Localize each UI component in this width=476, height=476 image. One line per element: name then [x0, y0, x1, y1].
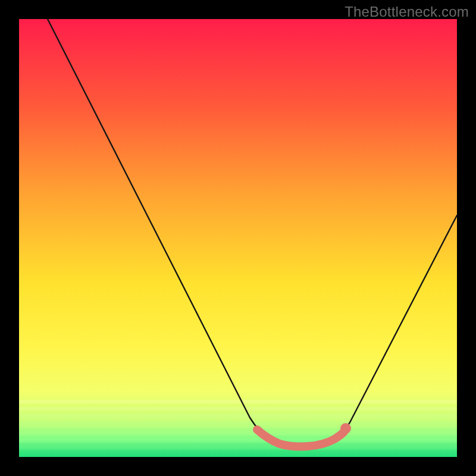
svg-rect-3: [19, 421, 457, 425]
gradient-background: [19, 19, 457, 457]
svg-rect-1: [19, 407, 457, 411]
svg-rect-6: [19, 443, 457, 446]
chart-svg: [19, 19, 457, 457]
chart-frame: TheBottleneck.com: [0, 0, 476, 476]
svg-rect-5: [19, 436, 457, 439]
svg-rect-4: [19, 428, 457, 432]
plot-area: [19, 19, 457, 457]
curve-marker: [340, 423, 351, 434]
svg-rect-7: [19, 450, 457, 457]
svg-rect-0: [19, 400, 457, 403]
watermark-text: TheBottleneck.com: [345, 4, 469, 20]
svg-rect-2: [19, 414, 457, 418]
